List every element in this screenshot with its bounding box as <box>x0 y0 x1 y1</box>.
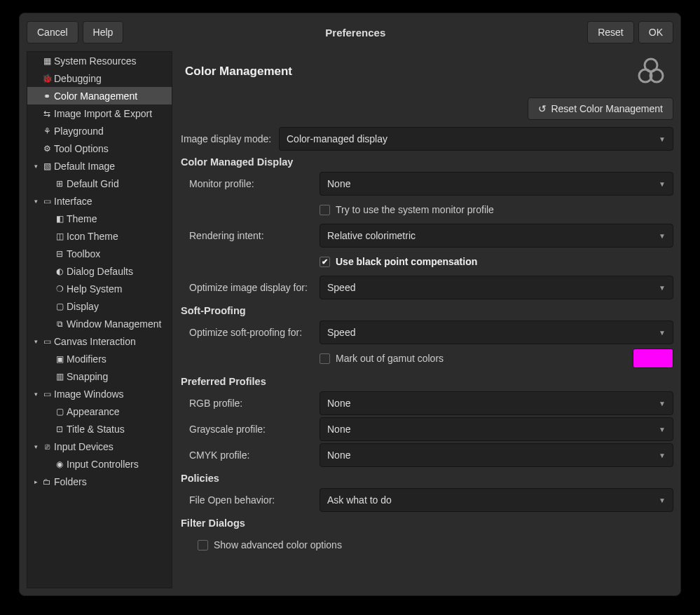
preferences-window: Cancel Help Preferences Reset OK ▦System… <box>19 13 681 596</box>
collapse-icon[interactable]: ▾ <box>30 198 41 205</box>
monitor-profile-value: None <box>327 178 350 189</box>
show-advanced-label: Show advanced color options <box>214 539 342 550</box>
sidebar-item-toolbox[interactable]: ⊟Toolbox <box>27 245 172 262</box>
tree-item-icon: ⊞ <box>54 179 65 189</box>
image-display-mode-label: Image display mode: <box>181 133 279 144</box>
chevron-down-icon: ▼ <box>659 329 666 337</box>
chevron-down-icon: ▼ <box>659 426 666 433</box>
gamut-color-swatch[interactable] <box>633 349 673 368</box>
sidebar-item-modifiers[interactable]: ▣Modifiers <box>27 350 172 367</box>
collapse-icon[interactable]: ▾ <box>30 163 41 170</box>
rendering-intent-label: Rendering intent: <box>189 230 320 241</box>
sidebar-item-input-controllers[interactable]: ◉Input Controllers <box>27 455 172 473</box>
sidebar-item-image-import-export[interactable]: ⇆Image Import & Export <box>27 104 172 122</box>
optimize-display-select[interactable]: Speed ▼ <box>320 276 673 299</box>
form: Image display mode: Color-managed displa… <box>181 127 673 588</box>
file-open-select[interactable]: Ask what to do ▼ <box>320 488 673 512</box>
main-panel: Color Management ↺ Reset Color Managemen… <box>181 51 673 588</box>
sidebar-item-label: Snapping <box>67 371 108 382</box>
rgb-profile-select[interactable]: None ▼ <box>320 391 673 415</box>
sidebar-item-label: System Resources <box>54 55 136 67</box>
sidebar-item-image-windows[interactable]: ▾▭Image Windows <box>27 385 172 403</box>
section-policies: Policies <box>181 473 673 484</box>
collapse-icon[interactable]: ▾ <box>30 443 41 450</box>
monitor-profile-select[interactable]: None ▼ <box>320 172 673 196</box>
sidebar-item-label: Toolbox <box>67 248 100 259</box>
reset-row: ↺ Reset Color Management <box>181 92 673 127</box>
optimize-display-row: Optimize image display for: Speed ▼ <box>181 276 673 299</box>
rendering-intent-select[interactable]: Relative colorimetric ▼ <box>320 224 673 248</box>
sidebar-item-input-devices[interactable]: ▾⎚Input Devices <box>27 438 172 455</box>
section-filter-dialogs: Filter Dialogs <box>181 518 673 529</box>
sidebar-item-help-system[interactable]: ❍Help System <box>27 280 172 297</box>
show-advanced-row: Show advanced color options <box>181 533 673 557</box>
sidebar-item-dialog-defaults[interactable]: ◐Dialog Defaults <box>27 262 172 280</box>
optimize-display-label: Optimize image display for: <box>189 282 320 293</box>
show-advanced-checkbox[interactable] <box>198 540 208 550</box>
try-system-profile-checkbox[interactable] <box>320 205 330 215</box>
sidebar-item-display[interactable]: ▢Display <box>27 297 172 315</box>
sidebar-item-color-management[interactable]: ⚭Color Management <box>27 87 172 104</box>
reset-color-management-button[interactable]: ↺ Reset Color Management <box>528 97 673 120</box>
image-display-mode-value: Color-managed display <box>287 133 387 144</box>
expand-icon[interactable]: ▸ <box>30 478 41 485</box>
cancel-button[interactable]: Cancel <box>27 21 78 43</box>
rendering-intent-row: Rendering intent: Relative colorimetric … <box>181 224 673 248</box>
monitor-profile-row: Monitor profile: None ▼ <box>181 172 673 196</box>
file-open-label: File Open behavior: <box>189 494 320 506</box>
sidebar-item-title-status[interactable]: ⊡Title & Status <box>27 420 172 438</box>
sidebar-item-folders[interactable]: ▸🗀Folders <box>27 473 172 490</box>
mark-gamut-checkbox[interactable] <box>320 353 330 364</box>
image-display-mode-select[interactable]: Color-managed display ▼ <box>279 127 673 151</box>
optimize-soft-select[interactable]: Speed ▼ <box>320 320 673 344</box>
sidebar-item-default-grid[interactable]: ⊞Default Grid <box>27 175 172 192</box>
reset-button[interactable]: Reset <box>587 21 634 43</box>
file-open-value: Ask what to do <box>327 494 392 506</box>
optimize-soft-row: Optimize soft-proofing for: Speed ▼ <box>181 320 673 344</box>
tree-item-icon: ▥ <box>54 372 65 381</box>
tree-item-icon: ▣ <box>54 354 65 364</box>
page-title: Color Management <box>185 65 634 79</box>
try-system-profile-row: Try to use the system monitor profile <box>181 198 673 222</box>
sidebar-item-appearance[interactable]: ▢Appearance <box>27 403 172 420</box>
sidebar-item-icon-theme[interactable]: ◫Icon Theme <box>27 227 172 245</box>
gray-profile-value: None <box>327 424 350 435</box>
sidebar-item-label: Debugging <box>54 73 102 84</box>
cmyk-profile-label: CMYK profile: <box>189 450 320 461</box>
sidebar-item-label: Display <box>67 301 99 312</box>
tree-item-icon: ▢ <box>54 407 65 417</box>
sidebar-item-label: Color Management <box>54 90 137 102</box>
sidebar-item-label: Playground <box>54 126 104 137</box>
sidebar-item-label: Icon Theme <box>67 231 118 242</box>
black-point-row: Use black point compensation <box>181 250 673 273</box>
sidebar-item-debugging[interactable]: 🐞Debugging <box>27 69 172 87</box>
try-system-profile-label: Try to use the system monitor profile <box>336 204 494 215</box>
cmyk-profile-select[interactable]: None ▼ <box>320 443 673 467</box>
tree-item-icon: ▭ <box>41 337 53 346</box>
gray-profile-select[interactable]: None ▼ <box>320 417 673 441</box>
tree-item-icon: ⚭ <box>41 91 53 101</box>
sidebar-item-theme[interactable]: ◧Theme <box>27 210 172 227</box>
collapse-icon[interactable]: ▾ <box>30 391 41 398</box>
tree-item-icon: 🐞 <box>41 74 53 83</box>
sidebar-item-label: Input Controllers <box>67 459 139 470</box>
collapse-icon[interactable]: ▾ <box>30 338 41 345</box>
ok-button[interactable]: OK <box>638 21 673 43</box>
mark-gamut-row: Mark out of gamut colors <box>181 346 673 370</box>
help-button[interactable]: Help <box>83 21 124 43</box>
sidebar-item-window-management[interactable]: ⧉Window Management <box>27 315 172 332</box>
sidebar-item-label: Theme <box>67 213 97 224</box>
sidebar-item-label: Title & Status <box>67 424 125 435</box>
sidebar-item-playground[interactable]: ⚘Playground <box>27 122 172 140</box>
tree-item-icon: ⚘ <box>41 126 53 136</box>
sidebar-item-tool-options[interactable]: ⚙Tool Options <box>27 140 172 157</box>
sidebar-item-system-resources[interactable]: ▦System Resources <box>27 52 172 69</box>
tree-item-icon: ⧉ <box>54 319 65 329</box>
black-point-checkbox[interactable] <box>320 257 330 267</box>
sidebar[interactable]: ▦System Resources🐞Debugging⚭Color Manage… <box>27 51 172 588</box>
sidebar-item-snapping[interactable]: ▥Snapping <box>27 367 172 385</box>
sidebar-item-interface[interactable]: ▾▭Interface <box>27 192 172 210</box>
sidebar-item-canvas-interaction[interactable]: ▾▭Canvas Interaction <box>27 332 172 350</box>
tree-item-icon: ▦ <box>41 56 53 66</box>
sidebar-item-default-image[interactable]: ▾▧Default Image <box>27 157 172 175</box>
